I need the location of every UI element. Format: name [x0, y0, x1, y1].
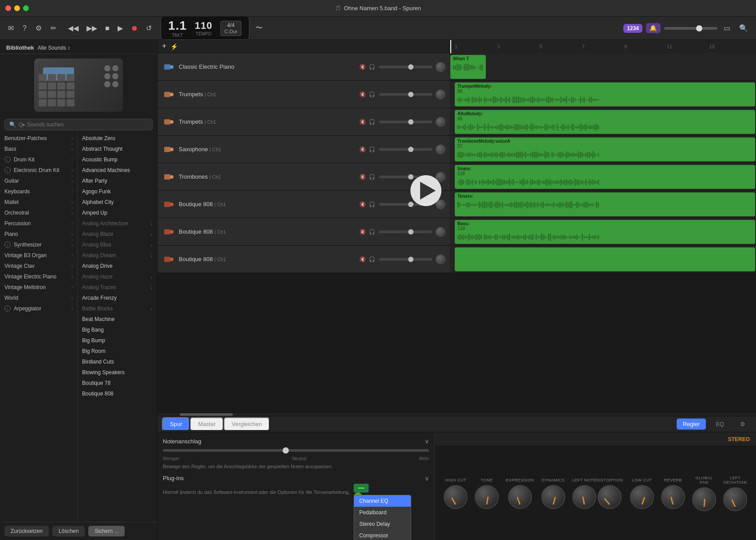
- tab-vergleichen[interactable]: Vergleichen: [224, 417, 270, 431]
- sound-item[interactable]: Battle Blocks↓: [78, 303, 157, 314]
- category-item[interactable]: Mallet›: [0, 197, 77, 207]
- sound-item[interactable]: Acoustic Bump: [78, 154, 157, 165]
- sound-item[interactable]: Blowing Speakers: [78, 367, 157, 378]
- track-region[interactable]: Bass:118: [455, 220, 755, 244]
- plugin-dropdown-item[interactable]: Compressor: [354, 530, 411, 540]
- time-sig-display[interactable]: 4/4 C-Dur: [220, 21, 241, 36]
- mute-button[interactable]: 🔇: [359, 201, 366, 207]
- mute-button[interactable]: 🔇: [359, 256, 366, 262]
- sound-item[interactable]: Boutique 808: [78, 388, 157, 399]
- category-item[interactable]: Piano›: [0, 229, 77, 239]
- track-volume-fader[interactable]: [379, 231, 432, 233]
- knob-tone[interactable]: [475, 485, 499, 509]
- sound-item[interactable]: Big Room: [78, 346, 157, 356]
- knob-low-cut[interactable]: [630, 485, 654, 509]
- tracks-scroll[interactable]: Classic Electric Piano 🔇 🎧 When T Trumpe…: [158, 53, 756, 412]
- headphone-button[interactable]: 🎧: [369, 119, 375, 125]
- notenanschlag-thumb[interactable]: [283, 447, 289, 454]
- scrollbar-thumb[interactable]: [180, 413, 233, 416]
- category-item[interactable]: ↓Synthesizer›: [0, 239, 77, 250]
- category-item[interactable]: Percussion›: [0, 218, 77, 229]
- knob-high-cut[interactable]: [444, 485, 468, 509]
- plugin-on-button[interactable]: ━━: [354, 484, 369, 493]
- track-volume-fader[interactable]: [379, 148, 432, 151]
- sound-item[interactable]: Abstract Thought: [78, 144, 157, 154]
- reset-button[interactable]: Zurücksetzen: [4, 526, 49, 536]
- track-volume-knob[interactable]: [436, 90, 445, 99]
- waveform-button[interactable]: 〜: [253, 22, 265, 35]
- sound-item[interactable]: Analog Blaze↓: [78, 229, 157, 239]
- add-track-button[interactable]: +: [162, 42, 167, 51]
- knob-left-deviation[interactable]: [723, 487, 747, 511]
- settings-button[interactable]: ⚙: [33, 22, 44, 34]
- search-input[interactable]: [19, 121, 148, 128]
- sound-item[interactable]: Advanced Machines: [78, 165, 157, 176]
- time-sig-button[interactable]: 4/4 C-Dur: [220, 21, 241, 36]
- search-button[interactable]: 🔍: [736, 22, 751, 34]
- track-volume-fader[interactable]: [379, 93, 432, 96]
- category-item[interactable]: Vintage Clav›: [0, 261, 77, 271]
- mute-button[interactable]: 🔇: [359, 146, 366, 153]
- track-region[interactable]: AltoMelody:65: [455, 110, 755, 134]
- headphone-button[interactable]: 🎧: [369, 229, 375, 235]
- maximize-button[interactable]: [23, 5, 29, 11]
- track-volume-fader[interactable]: [379, 121, 432, 123]
- rewind-button[interactable]: ◀◀: [65, 22, 81, 34]
- knob-global-pan[interactable]: [692, 487, 716, 511]
- category-item[interactable]: Benutzer-Patches›: [0, 133, 77, 144]
- sound-item[interactable]: Arcade Frenzy: [78, 293, 157, 303]
- master-volume-thumb[interactable]: [696, 25, 702, 31]
- plugin-dropdown-item[interactable]: Channel EQ: [354, 495, 411, 507]
- track-volume-fader[interactable]: [379, 258, 432, 261]
- knob-distortion[interactable]: [598, 485, 622, 509]
- mute-button[interactable]: 🔇: [359, 119, 366, 125]
- track-region[interactable]: Tenors:: [455, 192, 755, 216]
- notenanschlag-slider[interactable]: [163, 449, 429, 452]
- delete-button[interactable]: Löschen: [52, 526, 85, 536]
- track-region[interactable]: TrumpetMelody:56: [455, 82, 755, 106]
- sound-item[interactable]: Big Bump: [78, 335, 157, 346]
- headphone-button[interactable]: 🎧: [369, 174, 375, 180]
- sound-item[interactable]: Big Bang: [78, 325, 157, 335]
- sound-item[interactable]: Analog Architecture↓: [78, 218, 157, 229]
- horizontal-scrollbar[interactable]: [158, 412, 756, 416]
- message-button[interactable]: ✉: [5, 22, 16, 34]
- knob-dynamics[interactable]: [541, 485, 565, 509]
- sound-item[interactable]: Analog Drive: [78, 261, 157, 271]
- track-volume-knob[interactable]: [436, 145, 445, 154]
- ffwd-button[interactable]: ▶▶: [84, 22, 100, 34]
- tab-settings-icon[interactable]: ⚙: [734, 419, 752, 430]
- track-volume-knob[interactable]: [436, 62, 445, 72]
- track-region[interactable]: Snare:118: [455, 165, 755, 189]
- sound-item[interactable]: Analog Traces↓: [78, 282, 157, 293]
- help-button[interactable]: ?: [20, 23, 29, 34]
- track-region[interactable]: TromboneMelody:voiceA57: [455, 137, 755, 161]
- sound-item[interactable]: Analog Dream↓: [78, 250, 157, 261]
- library-dropdown[interactable]: Alle Sounds ↕: [38, 45, 70, 51]
- fader-thumb[interactable]: [408, 64, 413, 70]
- fader-thumb[interactable]: [408, 257, 413, 262]
- track-region[interactable]: [455, 247, 755, 271]
- sound-item[interactable]: Beat Machine: [78, 314, 157, 325]
- tab-master[interactable]: Master: [190, 417, 224, 431]
- category-item[interactable]: ↓Drum Kit›: [0, 154, 77, 165]
- display-button[interactable]: ▭: [721, 22, 733, 34]
- track-region[interactable]: When T: [450, 55, 486, 79]
- pencil-button[interactable]: ✏: [48, 22, 59, 34]
- headphone-button[interactable]: 🎧: [369, 91, 375, 98]
- track-volume-fader[interactable]: [379, 66, 432, 68]
- fader-thumb[interactable]: [408, 229, 413, 235]
- plugin-dropdown-item[interactable]: Pedalboard: [354, 507, 411, 518]
- track-volume-knob[interactable]: [436, 117, 445, 127]
- track-volume-knob[interactable]: [436, 254, 445, 264]
- notenanschlag-collapse[interactable]: ∨: [425, 438, 429, 445]
- play-overlay-button[interactable]: [410, 175, 441, 206]
- category-item[interactable]: ↓Arpeggiator›: [0, 303, 77, 314]
- headphone-button[interactable]: 🎧: [369, 64, 375, 70]
- mute-button[interactable]: 🔇: [359, 91, 366, 98]
- sound-item[interactable]: Boutique 78: [78, 378, 157, 388]
- fader-thumb[interactable]: [408, 202, 413, 207]
- sound-item[interactable]: Alphabet City: [78, 197, 157, 207]
- fader-thumb[interactable]: [408, 147, 413, 152]
- sound-item[interactable]: Amped Up: [78, 207, 157, 218]
